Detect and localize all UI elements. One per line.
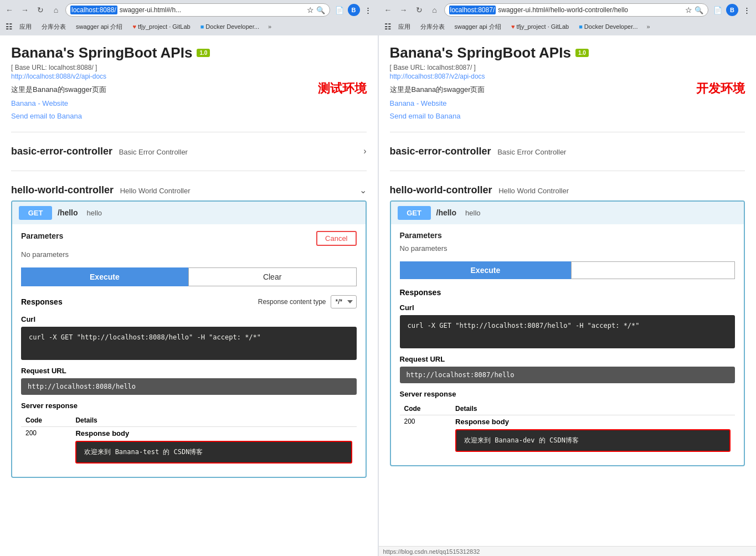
right-endpoint-container: GET /hello hello Parameters No parameter… bbox=[390, 200, 745, 466]
right-code-col: Code bbox=[400, 403, 451, 415]
left-responses-label: Responses bbox=[21, 297, 63, 306]
bookmark-apps[interactable]: 应用 bbox=[16, 22, 35, 32]
right-forward-button[interactable]: → bbox=[398, 4, 410, 16]
right-env-label: 开发环境 bbox=[696, 80, 745, 97]
right-browser-icons: 📄 B ⋮ bbox=[712, 4, 753, 16]
account-button[interactable]: B bbox=[348, 4, 360, 16]
left-clear-button[interactable]: Clear bbox=[188, 267, 357, 286]
reload-button[interactable]: ↻ bbox=[34, 4, 47, 16]
back-button[interactable]: ← bbox=[3, 4, 16, 16]
left-link-website[interactable]: Banana - Website bbox=[11, 97, 367, 110]
right-link-email[interactable]: Send email to Banana bbox=[390, 110, 745, 122]
right-hello-world-controller-header[interactable]: hello-world-controller Hello World Contr… bbox=[390, 180, 745, 200]
apps-icon[interactable]: ☷ bbox=[6, 22, 13, 31]
left-endpoint-path: /hello bbox=[58, 208, 78, 217]
right-bookmarks-bar: ☷ 应用 分库分表 swagger api 介绍 ♥ tfjy_project … bbox=[382, 20, 753, 33]
right-api-docs-link[interactable]: http://localhost:8087/v2/api-docs bbox=[390, 73, 745, 80]
home-button[interactable]: ⌂ bbox=[50, 4, 62, 16]
bookmark-swagger[interactable]: swagger api 介绍 bbox=[73, 22, 126, 32]
left-basic-error-controller-header[interactable]: basic-error-controller Basic Error Contr… bbox=[11, 141, 367, 162]
right-params-label: Parameters bbox=[400, 231, 442, 240]
right-response-table: Code Details 200 Response body 欢迎来到 Ba bbox=[400, 403, 736, 454]
right-details-col: Details bbox=[451, 403, 735, 415]
extensions-button[interactable]: 📄 bbox=[333, 4, 346, 16]
right-bookmark-gitlab[interactable]: ♥ tfjy_project · GitLab bbox=[508, 22, 572, 31]
right-curl-value: curl -X GET "http://localhost:8087/hello… bbox=[408, 322, 640, 330]
left-curl-label: Curl bbox=[21, 315, 357, 323]
right-execute-button[interactable]: Execute bbox=[400, 261, 572, 279]
left-basic-error-controller-desc: Basic Error Controller bbox=[119, 148, 188, 156]
right-account-button[interactable]: B bbox=[726, 4, 738, 16]
left-link-email[interactable]: Send email to Banana bbox=[11, 110, 367, 122]
left-bookmarks-bar: ☷ 应用 分库分表 swagger api 介绍 ♥ tfjy_project … bbox=[3, 20, 374, 33]
right-endpoint-path: /hello bbox=[436, 208, 457, 217]
right-search-icon[interactable]: 🔍 bbox=[695, 6, 703, 14]
left-hello-world-controller-header[interactable]: hello-world-controller Hello World Contr… bbox=[11, 180, 367, 200]
right-menu-button[interactable]: ⋮ bbox=[740, 4, 753, 16]
left-response-body-box: 欢迎来到 Banana-test 的 CSDN博客 bbox=[75, 441, 352, 464]
left-curl-block: curl -X GET "http://localhost:8088/hello… bbox=[21, 327, 357, 360]
left-content-type-row: Response content type */* bbox=[258, 295, 357, 308]
url-rest-right: swagger-ui.html#/hello-world-controller/… bbox=[498, 6, 628, 14]
url-highlighted-right: localhost:8087/ bbox=[449, 6, 496, 14]
right-address-bar[interactable]: localhost:8087/swagger-ui.html#/hello-wo… bbox=[444, 3, 709, 17]
right-bookmark-sharding[interactable]: 分库分表 bbox=[417, 22, 448, 32]
left-api-docs-link[interactable]: http://localhost:8088/v2/api-docs bbox=[11, 73, 367, 80]
left-content-type-label: Response content type bbox=[258, 298, 326, 306]
bookmarks-more[interactable]: » bbox=[266, 22, 274, 31]
left-hello-world-controller-desc: Hello World Controller bbox=[120, 187, 191, 195]
left-details-col: Details bbox=[71, 414, 356, 427]
bookmark-star-icon[interactable]: ☆ bbox=[307, 6, 314, 14]
left-response-body-cell: Response body 欢迎来到 Banana-test 的 CSDN博客 bbox=[71, 426, 356, 466]
right-extensions-button[interactable]: 📄 bbox=[712, 4, 724, 16]
right-bookmark-swagger[interactable]: swagger api 介绍 bbox=[451, 22, 505, 32]
right-response-body-cell: Response body 欢迎来到 Banana-dev 的 CSDN博客 bbox=[451, 415, 735, 454]
left-version-badge: 1.0 bbox=[197, 49, 210, 57]
left-endpoint-content: Parameters Cancel No parameters Execute … bbox=[12, 224, 366, 477]
bookmark-docker[interactable]: ■ Docker Developer... bbox=[197, 22, 263, 31]
left-browser-icons: 📄 B ⋮ bbox=[333, 4, 374, 16]
right-swagger-title: Banana's SpringBoot APIs bbox=[390, 44, 571, 61]
right-server-response-label: Server response bbox=[400, 390, 736, 398]
right-back-button[interactable]: ← bbox=[382, 4, 394, 16]
left-nav-bar: ← → ↻ ⌂ localhost:8088/swagger-ui.html#/… bbox=[3, 2, 374, 18]
right-bookmarks-more[interactable]: » bbox=[644, 22, 652, 31]
right-code-value: 200 bbox=[400, 415, 451, 454]
right-status-bar: https://blog.csdn.net/qq1515312832 bbox=[379, 546, 757, 556]
right-basic-error-controller-header[interactable]: basic-error-controller Basic Error Contr… bbox=[390, 141, 745, 162]
right-divider-2 bbox=[390, 171, 745, 171]
left-execute-button[interactable]: Execute bbox=[21, 267, 188, 286]
right-bookmark-star-icon[interactable]: ☆ bbox=[685, 6, 692, 14]
right-hello-world-controller-name: hello-world-controller bbox=[390, 184, 492, 195]
right-execute-row: Execute bbox=[400, 261, 736, 279]
right-link-website[interactable]: Banana - Website bbox=[390, 97, 745, 110]
right-bookmark-apps[interactable]: 应用 bbox=[395, 22, 414, 32]
right-endpoint-row[interactable]: GET /hello hello bbox=[391, 202, 744, 224]
menu-button[interactable]: ⋮ bbox=[362, 4, 374, 16]
right-reload-button[interactable]: ↻ bbox=[413, 4, 425, 16]
right-bookmark-docker[interactable]: ■ Docker Developer... bbox=[575, 22, 641, 31]
left-page-content: Banana's SpringBoot APIs 1.0 [ Base URL:… bbox=[0, 35, 378, 556]
left-basic-error-controller-name: basic-error-controller bbox=[11, 146, 112, 157]
left-method-badge: GET bbox=[19, 206, 52, 220]
right-divider-1 bbox=[390, 132, 745, 132]
right-home-button[interactable]: ⌂ bbox=[429, 4, 441, 16]
status-url: https://blog.csdn.net/qq1515312832 bbox=[383, 548, 480, 555]
left-cancel-button[interactable]: Cancel bbox=[316, 231, 356, 246]
right-response-body-label: Response body bbox=[455, 418, 731, 426]
bookmark-sharding[interactable]: 分库分表 bbox=[38, 22, 69, 32]
left-endpoint-container: GET /hello hello Parameters Cancel No pa… bbox=[11, 200, 367, 478]
left-request-url-block: http://localhost:8088/hello bbox=[21, 378, 357, 395]
forward-button[interactable]: → bbox=[19, 4, 31, 16]
left-code-value: 200 bbox=[21, 426, 71, 466]
left-content-type-select[interactable]: */* bbox=[331, 295, 357, 308]
search-icon[interactable]: 🔍 bbox=[316, 6, 325, 14]
url-rest-left: swagger-ui.html#/h... bbox=[120, 6, 181, 14]
right-no-params: No parameters bbox=[400, 244, 736, 253]
left-address-bar[interactable]: localhost:8088/swagger-ui.html#/h... ☆ 🔍 bbox=[65, 3, 330, 17]
left-swagger-title-row: Banana's SpringBoot APIs 1.0 bbox=[11, 44, 367, 61]
bookmark-gitlab[interactable]: ♥ tfjy_project · GitLab bbox=[129, 22, 193, 31]
left-endpoint-row[interactable]: GET /hello hello bbox=[12, 202, 366, 224]
right-apps-icon[interactable]: ☷ bbox=[384, 22, 392, 31]
right-response-body-box: 欢迎来到 Banana-dev 的 CSDN博客 bbox=[455, 429, 731, 452]
